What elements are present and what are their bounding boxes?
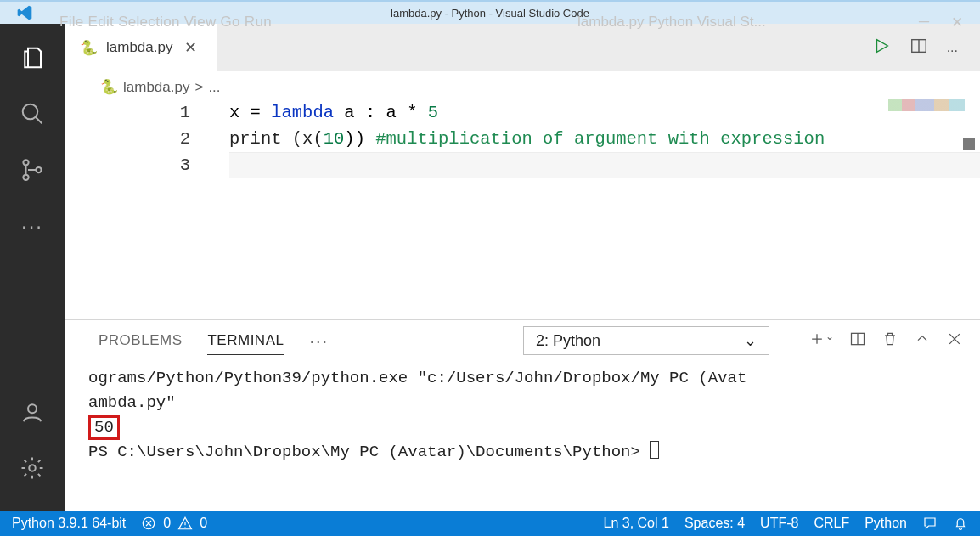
svg-point-1 xyxy=(23,160,28,165)
code-line[interactable]: x = lambda a : a * 5 xyxy=(229,99,980,126)
terminal-output[interactable]: ograms/Python/Python39/python.exe "c:/Us… xyxy=(65,361,980,511)
split-editor-icon[interactable] xyxy=(910,37,928,59)
line-number: 2 xyxy=(65,126,190,152)
trash-icon[interactable] xyxy=(881,330,898,352)
panel-actions: ⌄ xyxy=(808,330,963,352)
error-icon xyxy=(141,516,156,531)
tab-lambda-py[interactable]: 🐍 lambda.py ✕ xyxy=(65,24,217,71)
status-position[interactable]: Ln 3, Col 1 xyxy=(604,516,669,531)
minimize-icon[interactable]: ─ xyxy=(919,14,929,31)
status-bell-icon[interactable] xyxy=(953,516,968,531)
breadcrumb-trail: ... xyxy=(208,79,220,96)
title-trail-stub: lambda.py Python Visual St... xyxy=(577,14,766,31)
terminal-selector-label: 2: Python xyxy=(536,332,600,350)
terminal-line: 50 xyxy=(88,415,980,440)
svg-point-2 xyxy=(23,175,28,180)
breadcrumb-sep: > xyxy=(194,79,203,96)
menu-bar-stub: File Edit Selection View Go Run xyxy=(59,14,272,31)
window-controls: ─ ✕ xyxy=(919,14,963,31)
maximize-panel-icon[interactable] xyxy=(914,330,931,352)
close-tab-icon[interactable]: ✕ xyxy=(181,38,200,57)
svg-point-0 xyxy=(23,104,38,120)
terminal-cursor xyxy=(650,441,659,459)
tab-terminal[interactable]: TERMINAL xyxy=(207,327,284,355)
panel-tabs: PROBLEMS TERMINAL ··· 2: Python ⌄ ⌄ xyxy=(65,320,980,361)
warning-icon xyxy=(177,516,193,531)
status-interpreter[interactable]: Python 3.9.1 64-bit xyxy=(12,516,126,531)
editor-area: 🐍 lambda.py ✕ ... 🐍 lambda.py > ... xyxy=(65,24,980,511)
status-feedback-icon[interactable] xyxy=(922,516,938,531)
terminal-selector[interactable]: 2: Python ⌄ xyxy=(523,326,769,355)
close-icon[interactable]: ✕ xyxy=(951,14,963,31)
status-bar: Python 3.9.1 64-bit 0 0 Ln 3, Col 1 Spac… xyxy=(0,511,980,536)
activity-bar: ··· xyxy=(0,24,65,511)
panel: PROBLEMS TERMINAL ··· 2: Python ⌄ ⌄ xyxy=(65,319,980,511)
accounts-icon[interactable] xyxy=(19,398,46,426)
more-icon[interactable]: ··· xyxy=(19,212,46,240)
svg-point-3 xyxy=(36,167,41,172)
search-icon[interactable] xyxy=(19,100,46,127)
code-line[interactable] xyxy=(229,152,980,178)
source-control-icon[interactable] xyxy=(19,156,46,183)
new-terminal-icon[interactable]: ⌄ xyxy=(808,330,834,352)
status-spaces[interactable]: Spaces: 4 xyxy=(684,516,745,531)
tab-label: lambda.py xyxy=(106,39,172,56)
more-actions-icon[interactable]: ... xyxy=(947,40,958,55)
terminal-prompt-line[interactable]: PS C:\Users\John\Dropbox\My PC (Avatar)\… xyxy=(88,440,980,465)
status-encoding[interactable]: UTF-8 xyxy=(760,516,798,531)
breadcrumb-file: lambda.py xyxy=(123,79,189,96)
chevron-down-icon: ⌄ xyxy=(744,331,757,350)
svg-point-5 xyxy=(29,465,36,471)
code-lines[interactable]: x = lambda a : a * 5 print (x(10)) #mult… xyxy=(229,99,980,178)
python-file-icon: 🐍 xyxy=(100,78,118,96)
settings-gear-icon[interactable] xyxy=(19,454,46,482)
svg-point-4 xyxy=(28,404,37,413)
window-title: lambda.py - Python - Visual Studio Code xyxy=(391,7,589,20)
line-number: 1 xyxy=(65,99,190,126)
status-problems[interactable]: 0 0 xyxy=(141,516,207,531)
panel-more-icon[interactable]: ··· xyxy=(309,331,329,351)
terminal-line: ambda.py" xyxy=(88,391,980,415)
title-bar: File Edit Selection View Go Run lambda.p… xyxy=(0,0,980,24)
status-language[interactable]: Python xyxy=(865,516,907,531)
tab-problems[interactable]: PROBLEMS xyxy=(99,327,182,354)
code-editor[interactable]: 1 2 3 x = lambda a : a * 5 print (x(10))… xyxy=(65,99,980,319)
highlighted-output: 50 xyxy=(88,415,120,440)
tabs-bar: 🐍 lambda.py ✕ ... xyxy=(65,24,980,71)
explorer-icon[interactable] xyxy=(19,44,46,71)
breadcrumb[interactable]: 🐍 lambda.py > ... xyxy=(65,71,980,99)
line-number: 3 xyxy=(65,152,190,178)
split-terminal-icon[interactable] xyxy=(849,330,866,352)
vscode-icon xyxy=(15,4,34,21)
terminal-line: ograms/Python/Python39/python.exe "c:/Us… xyxy=(88,366,980,391)
close-panel-icon[interactable] xyxy=(946,330,963,352)
line-gutter: 1 2 3 xyxy=(65,99,209,178)
code-line[interactable]: print (x(10)) #multiplication of argumen… xyxy=(229,126,980,152)
status-eol[interactable]: CRLF xyxy=(814,516,849,531)
python-file-icon: 🐍 xyxy=(80,39,98,57)
run-button[interactable] xyxy=(872,37,891,59)
